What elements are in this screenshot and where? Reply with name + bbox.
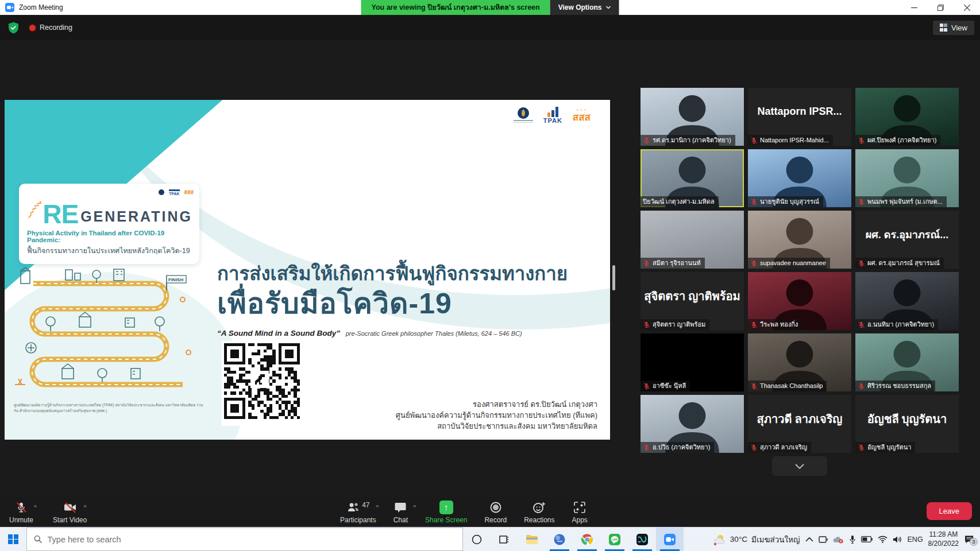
line-button[interactable]: LINE [601, 527, 628, 551]
participant-tile[interactable]: ผศ.ปิยพงศ์ (ภาคจิตวิทยา) [855, 88, 959, 146]
participant-tile[interactable]: อ.ปวิธ (ภาคจิตวิทยา) [641, 395, 744, 453]
muted-mic-icon [15, 500, 28, 514]
participant-tile[interactable]: ศิริวรรณ ชอบธรรมสกุล [855, 333, 959, 391]
chrome-button[interactable] [573, 527, 601, 551]
participant-name-label: อัญชลี บุญรัตนา [855, 442, 915, 453]
participant-tile[interactable]: Thanasak Chanthasilp [748, 333, 851, 391]
weather-widget[interactable]: 30°C มีเมฆส่วนใหญ่ [712, 533, 800, 546]
participant-tile[interactable]: รศ.ดร.มานิกา (ภาคจิตวิทยา) [641, 88, 744, 146]
mahidol-mini-icon [159, 189, 164, 195]
participants-icon [346, 501, 360, 514]
participant-tile[interactable]: อ.นนทิมา (ภาคจิตวิทยา) [855, 272, 959, 330]
start-button[interactable] [0, 527, 26, 551]
participant-name-label: Nattaporn IPSR-Mahid... [748, 135, 833, 146]
share-screen-button[interactable]: ↑ Share Screen [425, 497, 467, 527]
view-grid-icon [940, 24, 948, 32]
cortana-button[interactable] [463, 527, 491, 551]
muted-mic-icon [858, 444, 865, 451]
svg-text:LINE: LINE [612, 538, 618, 541]
taskbar-clock[interactable]: 11:28 AM 8/20/2022 [928, 530, 959, 548]
stats-app-button[interactable] [546, 527, 573, 551]
recording-indicator[interactable]: Recording [29, 24, 72, 32]
participant-tile[interactable]: supavadee nuanmanee [748, 211, 851, 269]
chat-caret[interactable]: ^ [413, 504, 416, 511]
start-video-button[interactable]: ^ Start Video [53, 497, 87, 527]
battery-button[interactable] [861, 536, 873, 542]
zoom-meeting-window: Zoom Meeting You are viewing ปิยวัฒน์ เก… [0, 0, 980, 551]
participant-name-label: รศ.ดร.มานิกา (ภาคจิตวิทยา) [641, 135, 735, 146]
volume-button[interactable] [893, 536, 902, 544]
video-options-caret[interactable]: ^ [83, 504, 86, 511]
wifi-button[interactable] [878, 536, 888, 543]
participant-tile[interactable]: Nattaporn IPSR... Nattaporn IPSR-Mahid..… [748, 88, 851, 146]
zoom-app-icon [5, 3, 14, 12]
weather-icon [712, 533, 726, 546]
webex-icon [636, 533, 649, 546]
chevron-down-icon [795, 464, 804, 469]
reactions-icon [533, 501, 546, 514]
participant-tile[interactable]: นายชูตินัย บุญสุวรรณ์ [748, 149, 851, 207]
language-indicator[interactable]: ENG [908, 536, 923, 544]
unmute-button[interactable]: ^ Unmute [9, 497, 33, 527]
webex-button[interactable] [628, 527, 656, 551]
participant-name-label: ปิยวัฒน์ เกตุวงศา-ม.มหิดล [641, 196, 719, 207]
muted-mic-icon [643, 444, 650, 451]
logo-generating-text: GENERATING [80, 209, 192, 224]
close-icon [964, 5, 970, 11]
participants-button[interactable]: 47 ^ Participants [340, 497, 376, 527]
leave-button[interactable]: Leave [927, 502, 972, 520]
gallery-more-button[interactable] [772, 456, 827, 476]
participant-name-label: อ.ปวิธ (ภาคจิตวิทยา) [641, 442, 714, 453]
view-layout-button[interactable]: View [933, 21, 974, 35]
regenerating-logo-card: TPAK สสส RE GENERATING Physical Activity… [19, 184, 199, 264]
window-controls [901, 0, 980, 15]
participant-name-label: ศิริวรรณ ชอบธรรมสกุล [855, 381, 935, 391]
participant-tile[interactable]: ผศ. ดร.อุมาภรณ์... ผศ. ดร.อุมาภรณ์ สุขาร… [855, 211, 959, 269]
participant-tile[interactable]: วีระพล ทองกิ่ง [748, 272, 851, 330]
mahidol-logo [514, 107, 533, 124]
muted-mic-icon [858, 321, 865, 328]
minimize-button[interactable] [901, 0, 927, 15]
minimize-icon [911, 5, 917, 11]
notification-center-button[interactable]: 3 [964, 535, 977, 544]
taskbar-search[interactable] [26, 527, 463, 551]
chrome-icon [581, 533, 593, 546]
close-button[interactable] [954, 0, 980, 15]
search-input[interactable] [48, 535, 456, 544]
zoom-taskbar-button[interactable] [656, 527, 684, 551]
onedrive-button[interactable] [833, 536, 844, 544]
participant-tile[interactable]: สมิตา รุจิรอานนท์ [641, 211, 744, 269]
participant-tile[interactable]: อัญชลี บุญรัตนา อัญชลี บุญรัตนา [855, 395, 959, 453]
participant-tile[interactable]: สุจิตตรา ญาติพร้อม สุจิตตรา ญาติพร้อม [641, 272, 744, 330]
slide-footnote: ศูนย์พัฒนาองค์ความรู้ด้านกิจกรรมทางกายปร… [14, 402, 203, 414]
participant-tile[interactable]: ปิยวัฒน์ เกตุวงศา-ม.มหิดล [641, 149, 744, 207]
muted-mic-icon [750, 259, 758, 267]
muted-mic-icon [750, 321, 758, 328]
slide-title-line2: เพื่อรับมือโควิด-19 [217, 286, 568, 321]
line-icon: LINE [608, 533, 621, 546]
tray-window-button[interactable] [819, 536, 828, 544]
chat-button[interactable]: ^ Chat [393, 497, 408, 527]
video-off-icon [63, 500, 78, 514]
mic-options-caret[interactable]: ^ [34, 504, 37, 511]
view-options-button[interactable]: View Options [550, 0, 619, 15]
device-icon [819, 536, 828, 544]
record-icon [489, 501, 502, 514]
tpak-bars-icon [547, 107, 558, 117]
participants-caret[interactable]: ^ [376, 504, 379, 511]
reactions-button[interactable]: Reactions [524, 497, 554, 527]
muted-mic-icon [643, 259, 650, 267]
participant-tile[interactable]: อาซีซ๊ะ นุ๊หลี [641, 333, 744, 391]
restore-button[interactable] [927, 0, 954, 15]
share-scrollbar[interactable] [612, 265, 615, 290]
tray-mic-button[interactable] [849, 535, 856, 544]
mahidol-emblem-icon [518, 107, 529, 119]
record-button[interactable]: Record [484, 497, 507, 527]
file-explorer-button[interactable] [518, 527, 546, 551]
tray-expand-button[interactable] [805, 537, 813, 542]
participant-tile[interactable]: สุภาวดี ลาภเจริญ สุภาวดี ลาภเจริญ [748, 395, 851, 453]
task-view-button[interactable] [491, 527, 518, 551]
apps-button[interactable]: Apps [572, 497, 588, 527]
participants-count: 47 [362, 501, 369, 509]
participant-tile[interactable]: พนมพร พุ่มจันทร์ (ม.เกษต... [855, 149, 959, 207]
